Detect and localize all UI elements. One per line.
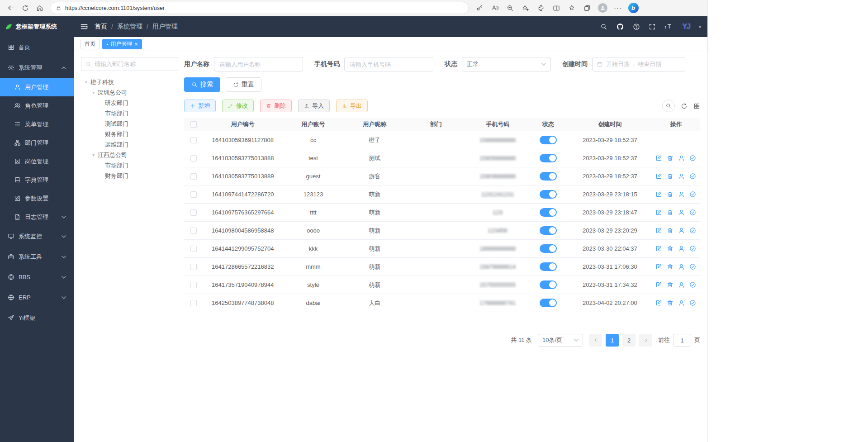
fullscreen-icon[interactable] — [649, 23, 656, 30]
sidebar-item-bbs[interactable]: BBS — [0, 267, 74, 287]
goto-page-input[interactable] — [673, 334, 691, 347]
assign-role-icon[interactable] — [689, 299, 696, 306]
page-button-2[interactable]: 2 — [622, 334, 636, 347]
tree-node[interactable]: ▾ 财务部门 — [81, 129, 178, 139]
row-checkbox[interactable] — [190, 191, 197, 198]
sidebar-item-menu-mgmt[interactable]: 菜单管理 — [0, 115, 74, 133]
search-icon[interactable] — [600, 23, 607, 30]
reset-password-icon[interactable] — [678, 173, 685, 180]
address-bar[interactable]: https://ccnetcore.com:1101/system/user — [50, 2, 469, 14]
reset-password-icon[interactable] — [678, 227, 685, 234]
table-search-toggle-icon[interactable] — [662, 100, 675, 112]
assign-role-icon[interactable] — [689, 191, 696, 198]
url-text[interactable]: https://ccnetcore.com:1101/system/user — [65, 5, 165, 11]
reset-password-icon[interactable] — [678, 245, 685, 252]
user-avatar-logo[interactable]: YJ — [682, 23, 690, 31]
delete-icon[interactable] — [667, 263, 674, 270]
assign-role-icon[interactable] — [689, 245, 696, 252]
tree-node[interactable]: ▾ 橙子科技 — [81, 77, 178, 87]
sidebar-item-dict-mgmt[interactable]: 字典管理 — [0, 171, 74, 189]
delete-icon[interactable] — [667, 209, 674, 216]
edit-icon[interactable] — [655, 263, 662, 270]
status-toggle[interactable] — [540, 190, 557, 199]
status-toggle[interactable] — [540, 226, 557, 235]
status-select[interactable]: 正常 — [462, 57, 551, 71]
tree-node[interactable]: ▾ 财务部门 — [81, 171, 178, 181]
password-key-icon[interactable] — [472, 2, 487, 14]
tree-node[interactable]: ▾ 市场部门 — [81, 160, 178, 171]
delete-icon[interactable] — [667, 299, 674, 306]
row-checkbox[interactable] — [190, 246, 197, 252]
table-refresh-icon[interactable] — [681, 103, 688, 109]
sidebar-item-monitor[interactable]: 系统监控 — [0, 226, 74, 247]
edit-icon[interactable] — [655, 155, 662, 162]
assign-role-icon[interactable] — [689, 227, 696, 234]
dept-search-input[interactable] — [95, 61, 174, 67]
assign-role-icon[interactable] — [689, 263, 696, 270]
status-toggle[interactable] — [540, 299, 557, 307]
assign-role-icon[interactable] — [689, 173, 696, 180]
edit-icon[interactable] — [655, 281, 662, 288]
select-all-checkbox[interactable] — [190, 121, 197, 128]
assign-role-icon[interactable] — [689, 155, 696, 162]
sidebar-item-system[interactable]: 系统管理 — [0, 57, 74, 78]
delete-icon[interactable] — [667, 191, 674, 198]
import-button[interactable]: 导入 — [298, 100, 330, 112]
sidebar-item-role-mgmt[interactable]: 角色管理 — [0, 96, 74, 115]
row-checkbox[interactable] — [190, 209, 197, 216]
page-button-1[interactable]: 1 — [606, 334, 619, 347]
page-size-select[interactable]: 10条/页 — [538, 334, 583, 347]
delete-icon[interactable] — [667, 227, 674, 234]
row-checkbox[interactable] — [190, 282, 197, 288]
status-toggle[interactable] — [540, 136, 557, 144]
reset-password-icon[interactable] — [678, 263, 685, 270]
delete-icon[interactable] — [667, 281, 674, 288]
status-toggle[interactable] — [540, 154, 557, 162]
row-checkbox[interactable] — [190, 300, 197, 306]
tree-expand-icon[interactable]: ▾ — [90, 90, 96, 95]
edit-icon[interactable] — [655, 173, 662, 180]
status-toggle[interactable] — [540, 262, 557, 271]
reset-password-icon[interactable] — [678, 281, 685, 288]
zoom-out-icon[interactable] — [503, 2, 517, 14]
sidebar-item-erp[interactable]: ERP — [0, 287, 74, 308]
tree-expand-icon[interactable]: ▾ — [83, 80, 89, 85]
delete-icon[interactable] — [667, 245, 674, 252]
profile-avatar[interactable] — [595, 2, 610, 14]
tree-node[interactable]: ▾ 深圳总公司 — [81, 87, 178, 98]
sidebar-item-dept-mgmt[interactable]: 部门管理 — [0, 133, 74, 152]
font-size-icon[interactable]: tT — [664, 23, 674, 30]
delete-button[interactable]: 删除 — [260, 100, 292, 112]
collections-icon[interactable] — [580, 2, 594, 14]
export-button[interactable]: 导出 — [336, 100, 368, 112]
edit-icon[interactable] — [655, 191, 662, 198]
bing-chat-icon[interactable]: b — [626, 2, 640, 14]
back-icon[interactable] — [4, 2, 18, 14]
tree-node[interactable]: ▾ 江西总公司 — [81, 150, 178, 160]
row-checkbox[interactable] — [190, 228, 197, 234]
edit-icon[interactable] — [655, 245, 662, 252]
github-icon[interactable] — [616, 23, 624, 31]
reset-button[interactable]: 重置 — [226, 77, 261, 92]
split-screen-icon[interactable] — [549, 2, 564, 14]
assign-role-icon[interactable] — [689, 281, 696, 288]
phone-input[interactable] — [344, 57, 433, 71]
extensions-icon[interactable] — [534, 2, 548, 14]
reset-password-icon[interactable] — [678, 191, 685, 198]
tree-node[interactable]: ▾ 运维部门 — [81, 139, 178, 150]
read-aloud-icon[interactable] — [488, 2, 502, 14]
sidebar-collapse-icon[interactable] — [80, 23, 88, 31]
row-checkbox[interactable] — [190, 155, 197, 162]
sidebar-item-yi-framework[interactable]: Yi框架 — [0, 308, 74, 328]
refresh-icon[interactable] — [18, 2, 33, 14]
username-input[interactable] — [214, 57, 303, 71]
prev-page-button[interactable] — [589, 334, 602, 347]
tree-node[interactable]: ▾ 测试部门 — [81, 119, 178, 129]
add-favorite-icon[interactable] — [518, 2, 533, 14]
home-icon[interactable] — [33, 2, 47, 14]
edit-icon[interactable] — [655, 299, 662, 306]
tab-home[interactable]: 首页 — [81, 39, 100, 49]
status-toggle[interactable] — [540, 280, 557, 289]
row-checkbox[interactable] — [190, 173, 197, 180]
add-button[interactable]: 新增 — [184, 100, 216, 112]
